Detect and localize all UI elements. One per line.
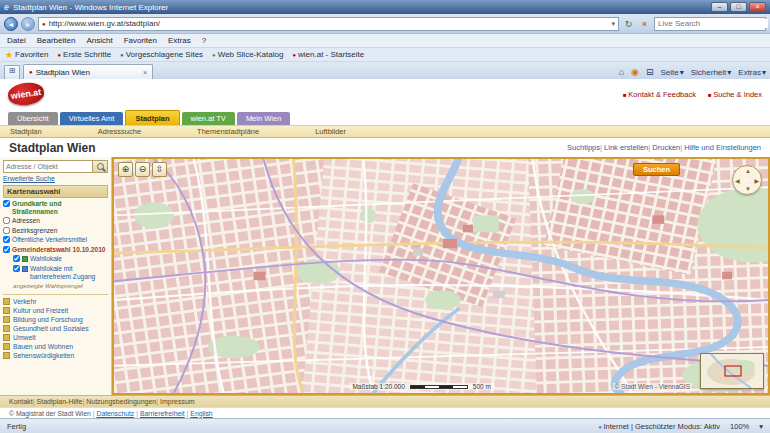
layer-row[interactable]: Wahllokale mit barrierefreiem Zugang [13, 265, 108, 280]
sidebar-search-input[interactable] [3, 160, 93, 173]
menu-bearbeiten[interactable]: Bearbeiten [37, 36, 76, 45]
sidebar-search-button[interactable] [93, 160, 108, 173]
link-drucken[interactable]: Drucken [648, 143, 680, 152]
home-button[interactable]: ⌂ [619, 67, 624, 77]
layer-row[interactable]: Grundkarte und Straßennamen [3, 200, 108, 215]
footer-link-nutzung[interactable]: Nutzungsbedingungen [82, 398, 156, 405]
kartenauswahl-header[interactable]: Kartenauswahl [3, 185, 108, 198]
category-umwelt[interactable]: Umwelt [3, 334, 108, 341]
subnav-luftbilder[interactable]: Luftbilder [315, 127, 346, 136]
browser-search-box[interactable] [654, 17, 766, 31]
header-link-suche[interactable]: Suche & Index [708, 90, 762, 99]
close-button[interactable]: × [749, 2, 766, 12]
tab-mein-wien[interactable]: Mein Wien [237, 112, 290, 125]
minimize-button[interactable]: – [711, 2, 728, 12]
pan-west-arrow-icon[interactable]: ◀ [735, 178, 740, 184]
link-hilfe[interactable]: Hilfe und Einstellungen [680, 143, 761, 152]
footer-link-barrierefreiheit[interactable]: Barrierefreiheit [134, 410, 184, 417]
tab-stadtplan-active[interactable]: Stadtplan [125, 110, 179, 125]
overview-minimap[interactable] [700, 353, 764, 389]
tab-virtuelles-amt[interactable]: Virtuelles Amt [60, 112, 124, 125]
maximize-button[interactable]: □ [730, 2, 747, 12]
window-titlebar[interactable]: e Stadtplan Wien - Windows Internet Expl… [0, 0, 770, 14]
tab-uebersicht[interactable]: Übersicht [8, 112, 58, 125]
url-input[interactable] [49, 19, 609, 28]
safety-menu-button[interactable]: Sicherheit▾ [691, 68, 732, 77]
chevron-down-icon: ▾ [762, 68, 766, 77]
print-button[interactable]: ⊟ [646, 67, 654, 77]
layer-checkbox[interactable] [3, 217, 10, 224]
advanced-search-link[interactable]: Erweiterte Suche [3, 175, 108, 182]
layer-row[interactable]: Wahllokale [13, 255, 108, 263]
footer-link-kontakt[interactable]: Kontakt [9, 398, 33, 405]
layer-checkbox[interactable] [13, 255, 20, 262]
link-link-erstellen[interactable]: Link erstellen [600, 143, 648, 152]
layer-checkbox[interactable] [13, 265, 20, 272]
layer-checkbox[interactable] [3, 200, 10, 207]
layer-row[interactable]: Gemeinderatswahl 10.10.2010 [3, 246, 108, 254]
menu-favoriten[interactable]: Favoriten [124, 36, 157, 45]
menu-hilfe[interactable]: ? [202, 36, 206, 45]
favorite-item[interactable]: ● Web Slice-Katalog [212, 50, 283, 59]
refresh-icon[interactable]: ↻ [622, 19, 635, 29]
layer-checkbox[interactable] [3, 246, 10, 253]
favorite-item[interactable]: ● Erste Schritte [57, 50, 111, 59]
layer-checkbox[interactable] [3, 227, 10, 234]
category-icon [3, 316, 10, 323]
category-bildung[interactable]: Bildung und Forschung [3, 316, 108, 323]
subnav-stadtplan[interactable]: Stadtplan [10, 127, 42, 136]
page-menu-button[interactable]: Seite▾ [660, 68, 683, 77]
feeds-button[interactable]: ◉ [631, 67, 639, 77]
sub-navigation: Stadtplan Adresssuche Themenstadtpläne L… [0, 125, 770, 138]
layer-row[interactable]: Öffentliche Verkehrsmittel [3, 236, 108, 244]
category-sehenswuerdigkeiten[interactable]: Sehenswürdigkeiten [3, 352, 108, 359]
footer-link-datenschutz[interactable]: Datenschutz [91, 410, 135, 417]
wien-at-logo[interactable]: wien.at [7, 81, 46, 108]
subnav-themenstadtplaene[interactable]: Themenstadtpläne [197, 127, 259, 136]
zoom-in-button[interactable]: ⊕ [118, 162, 133, 177]
url-dropdown-icon[interactable]: ▾ [611, 20, 615, 28]
forward-button[interactable]: ► [21, 17, 35, 31]
page-favicon-icon: ● [42, 21, 46, 27]
favorite-item[interactable]: ● wien.at - Startseite [292, 50, 364, 59]
favorites-button[interactable]: ★ Favoriten [5, 50, 48, 60]
map-pan-control[interactable]: ▲ ▼ ◀ ▶ [732, 165, 762, 195]
subnav-adresssuche[interactable]: Adresssuche [98, 127, 141, 136]
layer-row[interactable]: Bezirksgrenzen [3, 227, 108, 235]
map-viewport[interactable]: ⊕ ⊖ ⇳ Suchen ▲ ▼ ◀ ▶ Maßstab 1:20.000 50… [112, 157, 770, 395]
footer-link-hilfe[interactable]: Stadtplan-Hilfe [33, 398, 83, 405]
scale-label: Maßstab 1:20.000 [352, 383, 404, 390]
browser-tab[interactable]: ● Stadtplan Wien × [23, 64, 153, 79]
pan-east-arrow-icon[interactable]: ▶ [754, 178, 759, 184]
tools-menu-button[interactable]: Extras▾ [738, 68, 766, 77]
menu-datei[interactable]: Datei [7, 36, 26, 45]
layer-checkbox[interactable] [3, 236, 10, 243]
category-gesundheit[interactable]: Gesundheit und Soziales [3, 325, 108, 332]
favorite-item[interactable]: ● Vorgeschlagene Sites [120, 50, 203, 59]
pan-tool-button[interactable]: ⇳ [152, 162, 167, 177]
back-button[interactable]: ◄ [4, 17, 18, 31]
stop-icon[interactable]: × [638, 19, 651, 29]
category-verkehr[interactable]: Verkehr [3, 298, 108, 305]
footer-link-impressum[interactable]: Impressum [156, 398, 194, 405]
layer-row[interactable]: Adressen [3, 217, 108, 225]
link-suchtipps[interactable]: Suchtipps [567, 143, 600, 152]
category-bauen[interactable]: Bauen und Wohnen [3, 343, 108, 350]
pan-north-arrow-icon[interactable]: ▲ [745, 168, 751, 174]
menu-extras[interactable]: Extras [168, 36, 191, 45]
map-image[interactable] [114, 159, 768, 393]
quicktabs-button[interactable]: ⊞ [4, 65, 20, 79]
category-kultur[interactable]: Kultur und Freizeit [3, 307, 108, 314]
pan-south-arrow-icon[interactable]: ▼ [745, 186, 751, 192]
zoom-level[interactable]: 100% [730, 422, 749, 431]
tab-close-icon[interactable]: × [143, 69, 147, 76]
header-link-kontakt[interactable]: Kontakt & Feedback [623, 90, 696, 99]
menu-ansicht[interactable]: Ansicht [86, 36, 112, 45]
browser-search-input[interactable] [658, 19, 768, 28]
url-box[interactable]: ● ▾ [38, 17, 619, 31]
zoom-out-button[interactable]: ⊖ [135, 162, 150, 177]
tab-wien-at-tv[interactable]: wien.at TV [182, 112, 235, 125]
footer-link-english[interactable]: English [185, 410, 213, 417]
map-search-button[interactable]: Suchen [633, 163, 680, 176]
zoom-dropdown-icon[interactable]: ▾ [759, 422, 763, 431]
